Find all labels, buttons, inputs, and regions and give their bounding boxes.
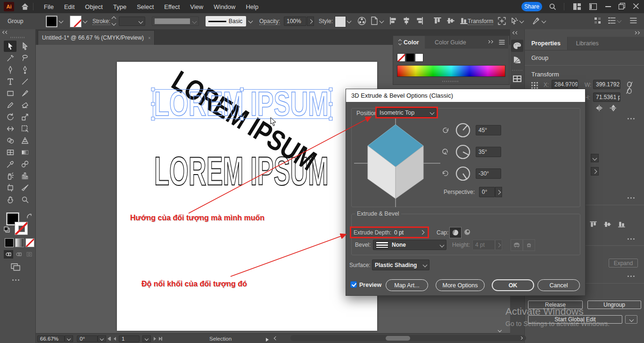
swap-fill-stroke-icon[interactable] [26, 213, 32, 219]
panel-resize-handle[interactable] [442, 81, 459, 82]
width-tool[interactable] [4, 123, 17, 134]
ungroup-button[interactable]: Ungroup [587, 301, 641, 309]
menu-help[interactable]: Help [240, 3, 264, 10]
start-global-edit-button[interactable]: Start Global Edit [528, 315, 622, 324]
menu-object[interactable]: Object [80, 3, 108, 10]
brush-definition-dropdown[interactable]: Basic [206, 16, 246, 26]
align-top-icon[interactable] [434, 17, 441, 25]
stroke-weight-stepper[interactable] [112, 17, 116, 25]
artboard-tool[interactable] [4, 182, 17, 193]
none-swatch[interactable] [397, 53, 405, 62]
global-edit-options-chevron[interactable] [625, 315, 637, 324]
collapse-panel-icon[interactable] [3, 31, 8, 33]
document-tab[interactable]: Untitled-1* @ 66.67 % (CMYK/Preview) [38, 30, 155, 45]
color-panel-icon[interactable] [511, 40, 523, 52]
horizontal-scrollbar[interactable] [290, 335, 526, 341]
status-back-icon[interactable] [274, 336, 278, 340]
bevel-extent-in-button[interactable] [523, 239, 535, 251]
type-tool[interactable] [4, 76, 17, 87]
document-setup-dropdown[interactable] [371, 17, 383, 25]
color-guide-panel-icon[interactable] [511, 54, 523, 66]
last-artboard-icon[interactable] [159, 337, 162, 341]
artboard[interactable]: LOREM IPSUM LOREM IPSUM LOREM IPSUM Hướn… [117, 62, 377, 331]
home-icon[interactable] [21, 2, 29, 11]
snap-options-icon[interactable] [594, 17, 601, 25]
vertical-align-bottom-icon[interactable] [618, 221, 625, 228]
gradient-mode-button[interactable] [15, 238, 24, 247]
position-dropdown[interactable]: Isometric Top [377, 108, 437, 117]
hidden-dropdown-chevron[interactable] [591, 154, 599, 162]
tab-close-icon[interactable] [149, 36, 150, 40]
status-mode-label[interactable]: Selection [209, 336, 231, 342]
artboard-chevron[interactable] [142, 335, 151, 342]
align-more-icon[interactable] [627, 238, 635, 240]
expand-button[interactable]: Expand [609, 259, 638, 268]
opacity-label[interactable]: Opacity: [259, 18, 280, 25]
rotate-y-dial[interactable] [454, 143, 471, 160]
align-center-icon[interactable] [403, 17, 410, 25]
rotate-x-dial[interactable] [454, 122, 471, 139]
first-artboard-icon[interactable] [107, 337, 111, 341]
quick-actions-more-icon[interactable] [627, 276, 635, 277]
more-tools-icon[interactable] [12, 279, 19, 281]
flip-horizontal-icon[interactable] [595, 105, 603, 111]
rotation-field[interactable]: 0° [77, 335, 98, 342]
tab-libraries[interactable]: Libraries [576, 40, 599, 47]
app-logo[interactable]: Ai [4, 2, 14, 11]
appearance-more-icon[interactable] [627, 197, 635, 199]
minimize-button[interactable] [605, 6, 611, 7]
preview-checkbox[interactable] [350, 281, 357, 288]
default-fill-stroke-icon[interactable] [4, 226, 10, 233]
more-options-button[interactable]: More Options [436, 279, 485, 291]
guides-options-dropdown[interactable] [608, 17, 621, 24]
style-swatch[interactable] [335, 16, 346, 27]
blend-tool[interactable] [18, 159, 31, 170]
bevel-extent-out-button[interactable] [511, 239, 523, 251]
zoom-level-chevron[interactable] [65, 335, 73, 342]
release-button[interactable]: Release [528, 301, 583, 309]
gradient-tool[interactable] [18, 147, 31, 158]
lorem-text-outline[interactable]: LOREM IPSUM [154, 148, 329, 193]
screen-mode-icon[interactable] [10, 263, 21, 271]
black-swatch[interactable] [406, 53, 414, 62]
vertical-align-top-icon[interactable] [590, 221, 597, 228]
cancel-button[interactable]: Cancel [537, 279, 580, 291]
swatches-panel-icon[interactable] [511, 73, 523, 85]
isolate-selection-icon[interactable] [498, 17, 506, 25]
brush-chevron-icon[interactable] [248, 19, 253, 24]
paintbrush-tool[interactable] [18, 88, 31, 99]
draw-inside-button[interactable] [25, 250, 34, 259]
align-left-icon[interactable] [389, 17, 397, 25]
fill-color-swatch[interactable] [46, 16, 58, 27]
perspective-field[interactable]: 0° [479, 187, 495, 197]
stroke-color-swatch[interactable] [70, 16, 82, 27]
recolor-artwork-icon[interactable] [357, 17, 366, 25]
close-button[interactable] [633, 3, 639, 9]
draw-normal-button[interactable] [4, 250, 13, 259]
line-segment-tool[interactable] [18, 76, 31, 87]
rotate-z-field[interactable]: -30° [476, 168, 501, 179]
next-artboard-icon[interactable] [154, 335, 156, 342]
menu-effect[interactable]: Effect [159, 3, 185, 10]
variable-width-dropdown[interactable] [152, 17, 199, 26]
pen-tool[interactable] [4, 64, 17, 75]
column-graph-tool[interactable] [18, 170, 31, 182]
workspace-switcher-icon[interactable] [589, 3, 597, 10]
constrain-proportions-icon[interactable] [626, 81, 633, 94]
restore-button[interactable] [619, 3, 625, 9]
surface-dropdown[interactable]: Plastic Shading [372, 259, 429, 270]
select-similar-dropdown[interactable] [510, 17, 523, 25]
tab-properties[interactable]: Properties [525, 37, 568, 50]
fill-chevron-icon[interactable] [59, 19, 64, 24]
panel-expand-icon[interactable] [487, 41, 493, 43]
scale-tool[interactable] [18, 111, 31, 123]
rotate-x-field[interactable]: 45° [476, 125, 501, 135]
lasso-tool[interactable] [18, 52, 31, 64]
previous-artboard-icon[interactable] [114, 335, 116, 342]
align-right-icon[interactable] [416, 17, 423, 25]
menu-view[interactable]: View [185, 3, 208, 10]
align-middle-icon[interactable] [447, 17, 454, 25]
align-bottom-icon[interactable] [460, 17, 468, 25]
tab-color[interactable]: Color [393, 36, 425, 49]
scroll-right-icon[interactable] [520, 336, 523, 340]
